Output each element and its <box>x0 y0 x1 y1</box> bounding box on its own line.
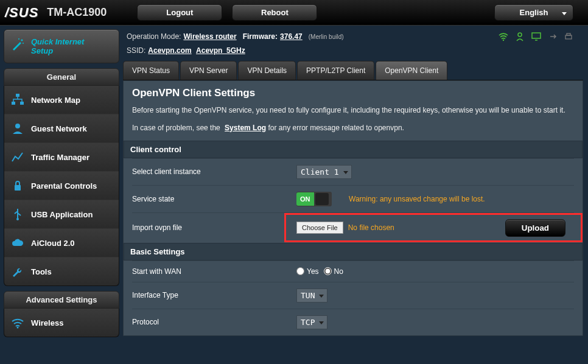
svg-point-1 <box>18 38 19 40</box>
upload-button[interactable]: Upload <box>505 219 565 237</box>
interface-type-select[interactable]: TUN <box>296 289 327 303</box>
client-control-header: Client control <box>124 141 583 158</box>
sidebar-item-aicloud[interactable]: AiCloud 2.0 <box>4 229 119 257</box>
section-header-advanced: Advanced Settings <box>4 291 119 309</box>
system-log-link[interactable]: System Log <box>225 124 266 132</box>
info-row-2: SSID: Acevpn.com Acevpn_5GHz <box>123 44 583 57</box>
printer-status-icon[interactable] <box>564 32 573 41</box>
tab-vpn-status[interactable]: VPN Status <box>123 61 179 80</box>
op-mode-link[interactable]: Wireless router <box>183 32 236 41</box>
wand-icon <box>10 37 25 52</box>
svg-point-10 <box>503 40 504 41</box>
start-with-wan-label: Start with WAN <box>132 267 296 276</box>
unsaved-warning: Warning: any unsaved change will be lost… <box>349 195 485 203</box>
tab-vpn-server[interactable]: VPN Server <box>180 61 237 80</box>
op-mode-label: Operation Mode: <box>127 32 181 41</box>
toggle-on-label: ON <box>296 192 314 206</box>
section-header-general: General <box>4 68 119 86</box>
ssid-label: SSID: <box>127 46 145 55</box>
wifi-status-icon[interactable] <box>498 32 509 41</box>
tab-pptp-l2tp-client[interactable]: PPTP/L2TP Client <box>297 61 374 80</box>
tab-openvpn-client[interactable]: OpenVPN Client <box>376 61 447 80</box>
svg-rect-3 <box>16 94 19 97</box>
sidebar-item-label: Parental Controls <box>31 181 97 191</box>
sidebar-item-label: Guest Network <box>31 124 87 133</box>
svg-rect-13 <box>565 35 572 39</box>
sidebar-item-label: Network Map <box>31 96 80 105</box>
info-row-1: Operation Mode: Wireless router Firmware… <box>123 29 583 44</box>
sidebar-item-label: USB Application <box>31 210 93 219</box>
svg-rect-5 <box>20 102 24 105</box>
svg-point-2 <box>23 43 24 44</box>
panel-desc-1: Before starting the OpenVPN service, you… <box>132 105 574 116</box>
sidebar-item-parental-controls[interactable]: Parental Controls <box>4 172 119 200</box>
openvpn-client-panel: OpenVPN Client Settings Before starting … <box>123 80 583 336</box>
parental-controls-icon <box>9 178 26 194</box>
content-area: Operation Mode: Wireless router Firmware… <box>123 26 588 346</box>
traffic-manager-icon <box>9 149 26 165</box>
vpn-tabs: VPN Status VPN Server VPN Details PPTP/L… <box>123 61 583 80</box>
tools-icon <box>9 264 26 279</box>
language-select[interactable]: English <box>494 4 573 21</box>
choose-file-button[interactable]: Choose File <box>296 222 343 234</box>
no-file-chosen: No file chosen <box>348 223 394 232</box>
aicloud-icon <box>9 235 26 251</box>
svg-point-8 <box>16 218 19 220</box>
quick-internet-setup-button[interactable]: Quick Internet Setup <box>4 29 119 63</box>
sidebar-item-label: AiCloud 2.0 <box>31 239 75 248</box>
sidebar-item-label: Tools <box>31 267 52 276</box>
fw-label: Firmware: <box>243 32 278 41</box>
user-status-icon[interactable] <box>515 32 525 41</box>
topbar: /SUS TM-AC1900 Logout Reboot English <box>0 0 588 26</box>
toggle-knob <box>315 193 329 205</box>
select-client-instance-label: Select client instance <box>132 167 296 176</box>
brand-logo: /SUS <box>5 5 38 21</box>
build-note: (Merlin build) <box>309 33 344 40</box>
sidebar: Quick Internet Setup General Network Map… <box>0 26 123 346</box>
wireless-icon <box>9 315 26 331</box>
sidebar-item-label: Traffic Manager <box>31 153 89 162</box>
start-wan-no[interactable]: No <box>324 267 343 276</box>
sidebar-item-usb-application[interactable]: USB Application <box>4 200 119 229</box>
svg-rect-14 <box>567 33 570 35</box>
import-ovpn-label: Import ovpn file <box>132 223 296 232</box>
protocol-label: Protocol <box>132 318 296 326</box>
start-wan-yes[interactable]: Yes <box>296 267 319 276</box>
basic-settings-header: Basic Settings <box>124 243 583 261</box>
usb-application-icon <box>9 206 26 222</box>
ssid2-link[interactable]: Acevpn_5GHz <box>196 46 245 55</box>
logout-button[interactable]: Logout <box>137 4 222 21</box>
svg-point-6 <box>15 124 20 128</box>
qis-label-1: Quick Internet <box>31 37 114 46</box>
ssid1-link[interactable]: Acevpn.com <box>148 46 191 55</box>
sidebar-item-guest-network[interactable]: Guest Network <box>4 114 119 143</box>
nav-general: Network Map Guest Network Traffic Manage… <box>4 86 119 286</box>
panel-desc-2: In case of problem, see the System Log f… <box>132 123 574 133</box>
panel-title: OpenVPN Client Settings <box>132 87 574 99</box>
svg-rect-7 <box>15 185 21 191</box>
monitor-status-icon[interactable] <box>531 32 542 41</box>
service-state-label: Service state <box>132 195 296 203</box>
reboot-button[interactable]: Reboot <box>232 4 317 21</box>
sidebar-item-label: Wireless <box>31 318 63 327</box>
protocol-select[interactable]: TCP <box>296 315 327 329</box>
fw-link[interactable]: 376.47 <box>280 32 303 41</box>
interface-type-label: Interface Type <box>132 291 296 299</box>
svg-rect-12 <box>532 33 541 38</box>
svg-point-11 <box>518 33 522 37</box>
svg-rect-4 <box>12 102 15 105</box>
svg-point-9 <box>17 327 19 329</box>
nav-advanced: Wireless <box>4 309 119 337</box>
client-instance-select[interactable]: Client 1 <box>296 165 352 179</box>
sidebar-item-network-map[interactable]: Network Map <box>4 86 119 114</box>
model-name: TM-AC1900 <box>47 6 107 19</box>
svg-point-0 <box>21 40 23 41</box>
tab-vpn-details[interactable]: VPN Details <box>238 61 296 80</box>
sidebar-item-tools[interactable]: Tools <box>4 257 119 285</box>
sidebar-item-wireless[interactable]: Wireless <box>4 309 119 337</box>
usb-status-icon[interactable] <box>548 32 558 41</box>
service-state-toggle[interactable]: ON <box>296 192 332 206</box>
sidebar-item-traffic-manager[interactable]: Traffic Manager <box>4 143 119 172</box>
qis-label-2: Setup <box>31 46 114 55</box>
network-map-icon <box>9 92 26 108</box>
